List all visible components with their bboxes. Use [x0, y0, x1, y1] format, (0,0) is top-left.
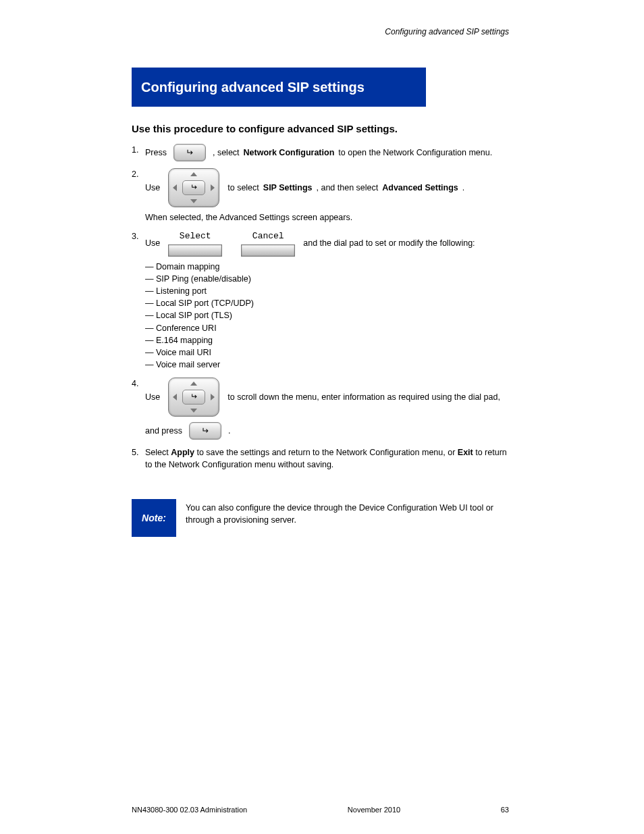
footer-right: November 2010 [348, 806, 400, 814]
step-number: 2. [132, 168, 145, 180]
step2-advanced-settings: Advanced Settings [382, 182, 458, 194]
step5-exit: Exit [458, 448, 473, 457]
step-number: 4. [132, 377, 145, 390]
select-softkey-icon: Select [168, 230, 222, 257]
field-item: — Local SIP port (TLS) [145, 309, 513, 321]
select-softkey-label: Select [180, 230, 211, 243]
cancel-softkey-label: Cancel [252, 230, 284, 243]
step3-text-a: Use [145, 237, 160, 249]
footer-page: 63 [501, 806, 509, 814]
step-3: 3. Use Select Cancel and the dia [132, 230, 513, 371]
step2-text-a: Use [145, 182, 160, 194]
enter-key-icon: ↵ [173, 144, 206, 161]
step5-text-c: to save the settings and return to the N… [196, 448, 455, 457]
step3-text-b: and the dial pad to set or modify the fo… [303, 237, 475, 249]
note-block: Note: You can also configure the device … [132, 499, 513, 537]
field-item: — Local SIP port (TCP/UDP) [145, 297, 513, 309]
footer-left: NN43080-300 02.03 Administration [132, 806, 247, 814]
step2-sip-settings: SIP Settings [263, 182, 313, 194]
step-number: 1. [132, 144, 145, 156]
field-item: — Voice mail URI [145, 346, 513, 359]
page-header: Configuring advanced SIP settings [385, 27, 509, 36]
field-item: — Domain mapping [145, 261, 513, 273]
step2-text-d: , and then select [317, 182, 379, 194]
field-item: — SIP Ping (enable/disable) [145, 273, 513, 285]
section-title-bar: Configuring advanced SIP settings [132, 68, 426, 107]
step4b-text-b: . [228, 425, 230, 437]
navigation-pad-icon: ↵ [168, 377, 219, 417]
page-footer: NN43080-300 02.03 Administration Novembe… [0, 806, 644, 814]
step-5: 5. Select Apply to save the settings and… [132, 446, 513, 471]
step-2: 2. Use ↵ to select SIP Settings , and th… [132, 168, 513, 224]
step-number: 3. [132, 230, 145, 242]
intro-text: Use this procedure to configure advanced… [132, 123, 513, 134]
step1-menu-name: Network Configuration [244, 147, 335, 159]
field-item: — Voice mail server [145, 359, 513, 371]
step4b-text-a: and press [145, 425, 182, 437]
enter-key-icon: ↵ [189, 422, 221, 440]
step1-text-b: , select [213, 147, 240, 159]
step-number: 5. [132, 446, 145, 459]
step4-text-a: Use [145, 391, 160, 403]
navigation-pad-icon: ↵ [168, 168, 219, 207]
note-text: You can also configure the device throug… [186, 499, 513, 526]
step5-apply: Apply [171, 448, 194, 457]
step-4: 4. Use ↵ to scroll down the menu, enter … [132, 377, 513, 440]
step1-text-d: to open the Network Configuration menu. [338, 147, 492, 159]
step2-text-b: to select [227, 182, 259, 194]
field-item: — Conference URI [145, 322, 513, 334]
field-item: — Listening port [145, 285, 513, 297]
step2-text-f: . [462, 182, 464, 194]
step2-result: When selected, the Advanced Settings scr… [145, 211, 513, 224]
softkey-group-icon: Select Cancel [168, 230, 295, 257]
step4-text-b: to scroll down the menu, enter informati… [227, 391, 500, 403]
note-badge: Note: [132, 499, 176, 537]
section-title-text: Configuring advanced SIP settings [132, 80, 365, 95]
cancel-softkey-icon: Cancel [241, 230, 295, 257]
step-1: 1. Press ↵ , select Network Configuratio… [132, 144, 513, 161]
step5-text-a: Select [145, 448, 169, 457]
field-item: — E.164 mapping [145, 334, 513, 346]
step1-text-a: Press [145, 147, 167, 159]
